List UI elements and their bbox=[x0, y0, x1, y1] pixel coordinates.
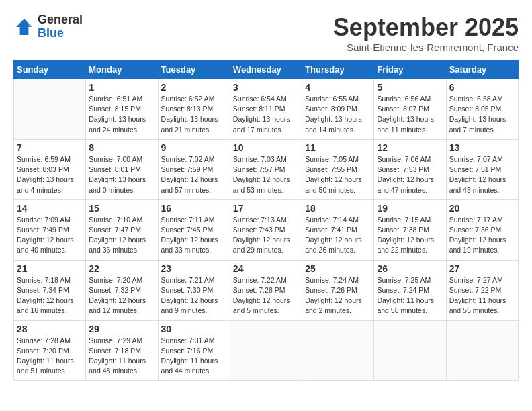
weekday-header: Tuesday bbox=[158, 60, 230, 79]
weekday-header: Monday bbox=[86, 60, 158, 79]
day-number: 13 bbox=[449, 142, 515, 153]
day-number: 15 bbox=[89, 203, 154, 214]
calendar-cell: 2Sunrise: 6:52 AM Sunset: 8:13 PM Daylig… bbox=[158, 79, 230, 140]
day-info: Sunrise: 7:21 AM Sunset: 7:30 PM Dayligh… bbox=[161, 275, 227, 316]
header: General Blue September 2025 Saint-Etienn… bbox=[13, 13, 519, 53]
day-info: Sunrise: 6:51 AM Sunset: 8:15 PM Dayligh… bbox=[89, 94, 154, 135]
calendar-cell: 16Sunrise: 7:11 AM Sunset: 7:45 PM Dayli… bbox=[158, 199, 230, 260]
logo-icon bbox=[13, 16, 35, 38]
calendar-cell: 4Sunrise: 6:55 AM Sunset: 8:09 PM Daylig… bbox=[302, 79, 374, 140]
day-info: Sunrise: 7:10 AM Sunset: 7:47 PM Dayligh… bbox=[89, 215, 154, 256]
calendar-cell: 23Sunrise: 7:21 AM Sunset: 7:30 PM Dayli… bbox=[158, 260, 230, 320]
calendar-cell: 7Sunrise: 6:59 AM Sunset: 8:03 PM Daylig… bbox=[14, 139, 86, 199]
day-number: 17 bbox=[233, 203, 299, 214]
calendar-cell: 24Sunrise: 7:22 AM Sunset: 7:28 PM Dayli… bbox=[230, 260, 302, 320]
calendar-cell: 30Sunrise: 7:31 AM Sunset: 7:16 PM Dayli… bbox=[158, 320, 230, 381]
day-number: 25 bbox=[305, 263, 371, 274]
calendar-cell: 26Sunrise: 7:25 AM Sunset: 7:24 PM Dayli… bbox=[374, 260, 446, 320]
calendar-cell: 25Sunrise: 7:24 AM Sunset: 7:26 PM Dayli… bbox=[302, 260, 374, 320]
day-number: 2 bbox=[161, 82, 227, 93]
day-info: Sunrise: 7:24 AM Sunset: 7:26 PM Dayligh… bbox=[305, 275, 371, 316]
calendar-cell: 17Sunrise: 7:13 AM Sunset: 7:43 PM Dayli… bbox=[230, 199, 302, 260]
day-number: 24 bbox=[233, 263, 299, 274]
calendar-cell bbox=[374, 320, 446, 381]
day-number: 28 bbox=[17, 324, 83, 334]
day-number: 5 bbox=[377, 82, 443, 93]
calendar-cell: 3Sunrise: 6:54 AM Sunset: 8:11 PM Daylig… bbox=[230, 79, 302, 140]
day-info: Sunrise: 7:06 AM Sunset: 7:53 PM Dayligh… bbox=[377, 154, 443, 195]
day-info: Sunrise: 7:13 AM Sunset: 7:43 PM Dayligh… bbox=[233, 215, 299, 256]
month-title: September 2025 bbox=[333, 13, 519, 42]
day-number: 7 bbox=[17, 142, 83, 153]
calendar-cell: 11Sunrise: 7:05 AM Sunset: 7:55 PM Dayli… bbox=[302, 139, 374, 199]
calendar-cell: 19Sunrise: 7:15 AM Sunset: 7:38 PM Dayli… bbox=[374, 199, 446, 260]
calendar-week-row: 28Sunrise: 7:28 AM Sunset: 7:20 PM Dayli… bbox=[14, 320, 519, 381]
calendar-cell: 14Sunrise: 7:09 AM Sunset: 7:49 PM Dayli… bbox=[14, 199, 86, 260]
day-number: 3 bbox=[233, 82, 299, 93]
day-info: Sunrise: 7:09 AM Sunset: 7:49 PM Dayligh… bbox=[17, 215, 83, 256]
day-info: Sunrise: 6:52 AM Sunset: 8:13 PM Dayligh… bbox=[161, 94, 227, 135]
calendar-cell: 15Sunrise: 7:10 AM Sunset: 7:47 PM Dayli… bbox=[86, 199, 158, 260]
calendar-cell: 8Sunrise: 7:00 AM Sunset: 8:01 PM Daylig… bbox=[86, 139, 158, 199]
calendar-week-row: 14Sunrise: 7:09 AM Sunset: 7:49 PM Dayli… bbox=[14, 199, 519, 260]
day-info: Sunrise: 7:18 AM Sunset: 7:34 PM Dayligh… bbox=[17, 275, 83, 316]
day-info: Sunrise: 6:56 AM Sunset: 8:07 PM Dayligh… bbox=[377, 94, 443, 135]
weekday-header: Wednesday bbox=[230, 60, 302, 79]
weekday-header: Saturday bbox=[446, 60, 518, 79]
day-number: 8 bbox=[89, 142, 154, 153]
calendar-table: SundayMondayTuesdayWednesdayThursdayFrid… bbox=[13, 60, 519, 381]
calendar-cell: 1Sunrise: 6:51 AM Sunset: 8:15 PM Daylig… bbox=[86, 79, 158, 140]
day-info: Sunrise: 6:59 AM Sunset: 8:03 PM Dayligh… bbox=[17, 154, 83, 195]
calendar-cell bbox=[14, 79, 86, 140]
calendar-cell: 27Sunrise: 7:27 AM Sunset: 7:22 PM Dayli… bbox=[446, 260, 518, 320]
calendar-week-row: 21Sunrise: 7:18 AM Sunset: 7:34 PM Dayli… bbox=[14, 260, 519, 320]
weekday-header: Sunday bbox=[14, 60, 86, 79]
day-number: 18 bbox=[305, 203, 371, 214]
day-info: Sunrise: 7:22 AM Sunset: 7:28 PM Dayligh… bbox=[233, 275, 299, 316]
day-number: 6 bbox=[449, 82, 515, 93]
calendar-cell: 20Sunrise: 7:17 AM Sunset: 7:36 PM Dayli… bbox=[446, 199, 518, 260]
calendar-cell: 5Sunrise: 6:56 AM Sunset: 8:07 PM Daylig… bbox=[374, 79, 446, 140]
day-info: Sunrise: 7:15 AM Sunset: 7:38 PM Dayligh… bbox=[377, 215, 443, 256]
day-info: Sunrise: 7:31 AM Sunset: 7:16 PM Dayligh… bbox=[161, 336, 227, 377]
day-number: 16 bbox=[161, 203, 227, 214]
day-info: Sunrise: 7:28 AM Sunset: 7:20 PM Dayligh… bbox=[17, 336, 83, 377]
calendar-cell: 28Sunrise: 7:28 AM Sunset: 7:20 PM Dayli… bbox=[14, 320, 86, 381]
day-info: Sunrise: 7:07 AM Sunset: 7:51 PM Dayligh… bbox=[449, 154, 515, 195]
location-title: Saint-Etienne-les-Remiremont, France bbox=[333, 42, 519, 53]
day-number: 20 bbox=[449, 203, 515, 214]
logo-text: General Blue bbox=[38, 13, 83, 40]
day-info: Sunrise: 7:00 AM Sunset: 8:01 PM Dayligh… bbox=[89, 154, 154, 195]
day-number: 14 bbox=[17, 203, 83, 214]
day-info: Sunrise: 7:02 AM Sunset: 7:59 PM Dayligh… bbox=[161, 154, 227, 195]
day-info: Sunrise: 7:29 AM Sunset: 7:18 PM Dayligh… bbox=[89, 336, 154, 377]
calendar-cell bbox=[302, 320, 374, 381]
calendar-cell bbox=[230, 320, 302, 381]
day-number: 9 bbox=[161, 142, 227, 153]
day-info: Sunrise: 6:54 AM Sunset: 8:11 PM Dayligh… bbox=[233, 94, 299, 135]
day-number: 10 bbox=[233, 142, 299, 153]
weekday-row: SundayMondayTuesdayWednesdayThursdayFrid… bbox=[14, 60, 519, 79]
calendar-cell: 6Sunrise: 6:58 AM Sunset: 8:05 PM Daylig… bbox=[446, 79, 518, 140]
day-number: 26 bbox=[377, 263, 443, 274]
calendar-cell: 12Sunrise: 7:06 AM Sunset: 7:53 PM Dayli… bbox=[374, 139, 446, 199]
logo: General Blue bbox=[13, 13, 83, 40]
day-number: 23 bbox=[161, 263, 227, 274]
day-number: 27 bbox=[449, 263, 515, 274]
day-number: 1 bbox=[89, 82, 154, 93]
calendar-header: SundayMondayTuesdayWednesdayThursdayFrid… bbox=[14, 60, 519, 79]
day-info: Sunrise: 6:58 AM Sunset: 8:05 PM Dayligh… bbox=[449, 94, 515, 135]
calendar-cell: 10Sunrise: 7:03 AM Sunset: 7:57 PM Dayli… bbox=[230, 139, 302, 199]
day-info: Sunrise: 7:20 AM Sunset: 7:32 PM Dayligh… bbox=[89, 275, 154, 316]
day-number: 21 bbox=[17, 263, 83, 274]
calendar-body: 1Sunrise: 6:51 AM Sunset: 8:15 PM Daylig… bbox=[14, 79, 519, 381]
day-info: Sunrise: 7:03 AM Sunset: 7:57 PM Dayligh… bbox=[233, 154, 299, 195]
day-number: 4 bbox=[305, 82, 371, 93]
calendar-week-row: 1Sunrise: 6:51 AM Sunset: 8:15 PM Daylig… bbox=[14, 79, 519, 140]
day-info: Sunrise: 6:55 AM Sunset: 8:09 PM Dayligh… bbox=[305, 94, 371, 135]
day-info: Sunrise: 7:17 AM Sunset: 7:36 PM Dayligh… bbox=[449, 215, 515, 256]
calendar-cell: 29Sunrise: 7:29 AM Sunset: 7:18 PM Dayli… bbox=[86, 320, 158, 381]
day-number: 29 bbox=[89, 324, 154, 334]
day-number: 22 bbox=[89, 263, 154, 274]
calendar-cell bbox=[446, 320, 518, 381]
